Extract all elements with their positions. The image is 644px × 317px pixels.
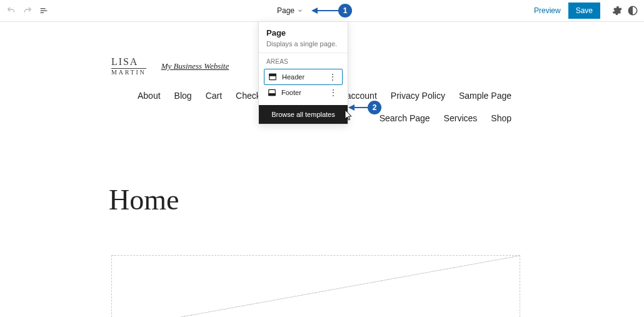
dropdown-header: Page Displays a single page. — [259, 22, 348, 53]
dropdown-title: Page — [266, 28, 340, 38]
dropdown-areas-label: AREAS — [259, 53, 348, 69]
chevron-down-icon — [297, 8, 303, 14]
svg-rect-3 — [269, 94, 276, 96]
dropdown-areas: Header ⋮ Footer ⋮ — [259, 69, 348, 105]
svg-rect-1 — [269, 74, 276, 76]
styles-contrast-icon[interactable] — [626, 4, 639, 17]
header-layout-icon — [268, 73, 277, 81]
save-button[interactable]: Save — [568, 3, 600, 19]
redo-icon[interactable] — [21, 4, 34, 17]
nav-link[interactable]: Cart — [206, 91, 222, 101]
area-item-more-icon[interactable]: ⋮ — [328, 88, 339, 97]
area-item-header[interactable]: Header ⋮ — [264, 69, 343, 85]
nav-link[interactable]: About — [138, 91, 161, 101]
settings-gear-icon[interactable] — [610, 4, 623, 17]
template-selector[interactable]: Page — [50, 6, 530, 15]
preview-button[interactable]: Preview — [530, 4, 565, 18]
area-item-more-icon[interactable]: ⋮ — [327, 73, 338, 81]
area-item-label: Footer — [281, 89, 323, 96]
dropdown-description: Displays a single page. — [266, 40, 340, 48]
site-logo-last: MARTIN — [111, 68, 146, 76]
page-title[interactable]: Home — [109, 183, 533, 216]
svg-marker-5 — [311, 8, 318, 14]
area-item-footer[interactable]: Footer ⋮ — [264, 85, 343, 100]
annotation-badge-1: 1 — [338, 4, 352, 18]
undo-icon[interactable] — [5, 4, 18, 17]
browse-all-templates-button[interactable]: Browse all templates — [259, 105, 348, 124]
nav-link[interactable]: Sample Page — [459, 91, 511, 101]
nav-link[interactable]: Services — [444, 113, 478, 123]
site-logo[interactable]: LISA MARTIN — [111, 57, 146, 76]
mouse-cursor-icon — [345, 109, 353, 121]
area-item-label: Header — [282, 73, 322, 81]
template-dropdown: Page Displays a single page. AREAS Heade… — [258, 21, 348, 124]
nav-link[interactable]: Blog — [174, 91, 192, 101]
top-bar-left-tools — [5, 4, 50, 17]
footer-layout-icon — [268, 88, 276, 97]
list-view-icon[interactable] — [38, 4, 50, 17]
nav-link[interactable]: Search Page — [380, 113, 430, 123]
template-selector-label: Page — [277, 6, 294, 15]
annotation-badge-2: 2 — [368, 101, 381, 114]
nav-link[interactable]: Privacy Policy — [391, 91, 445, 101]
empty-block-placeholder[interactable] — [111, 255, 520, 317]
site-logo-first: LISA — [111, 57, 146, 67]
annotation-arrow-1 — [311, 7, 339, 14]
site-tagline-link[interactable]: My Business Website — [161, 61, 229, 71]
top-bar-right-tools: Preview Save — [530, 3, 639, 19]
nav-link[interactable]: Shop — [491, 113, 511, 123]
